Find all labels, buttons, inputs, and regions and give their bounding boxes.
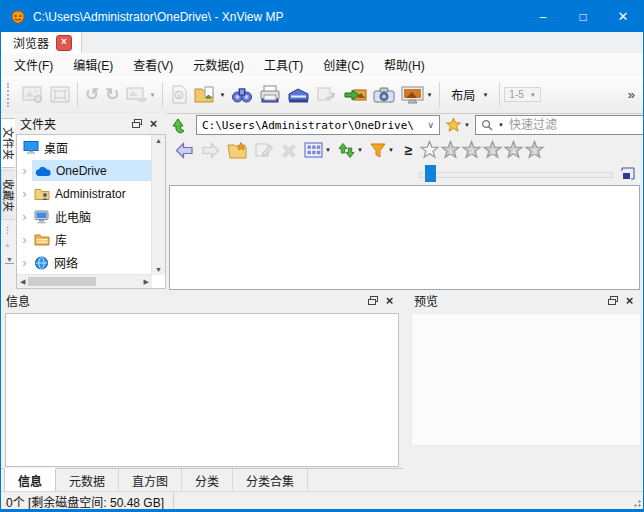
tree-item-libraries[interactable]: › 库: [17, 228, 152, 251]
expander-icon[interactable]: ›: [17, 255, 32, 270]
scrollbar-thumb[interactable]: [28, 277, 96, 286]
close-button[interactable]: ✕: [603, 1, 643, 32]
pages-menu-button[interactable]: 1-5 ▼: [504, 87, 540, 102]
scroll-left-icon[interactable]: ◀: [20, 278, 25, 286]
view-image-button[interactable]: [19, 80, 47, 110]
close-panel-icon[interactable]: ×: [145, 116, 162, 131]
address-path-input[interactable]: [200, 118, 425, 133]
info-panel: 信息 × 信息 元数据 直方图 分类 分类合集: [1, 290, 403, 491]
title-bar: C:\Users\Administrator\OneDrive\ - XnVie…: [1, 1, 643, 32]
share-button[interactable]: [313, 80, 341, 110]
menu-view[interactable]: 查看(V): [123, 53, 183, 76]
rotate-left-button[interactable]: ↺: [82, 80, 102, 110]
tree-item-this-pc[interactable]: › 此电脑: [17, 205, 152, 228]
expander-icon[interactable]: ›: [17, 232, 32, 247]
print-button[interactable]: [256, 80, 284, 110]
rating-star-3[interactable]: 3: [482, 140, 503, 160]
go-up-button[interactable]: [172, 116, 191, 135]
quick-filter-box[interactable]: ▼ ...: [475, 115, 644, 135]
rating-star-1[interactable]: 1: [440, 140, 461, 160]
search-binoculars-icon: [231, 86, 253, 104]
float-panel-icon[interactable]: [128, 116, 145, 131]
chevron-down-icon: ▼: [498, 122, 504, 128]
resize-grip[interactable]: [632, 498, 641, 507]
search-button[interactable]: [228, 80, 256, 110]
menu-help[interactable]: 帮助(H): [374, 53, 435, 76]
delete-button[interactable]: [278, 138, 300, 162]
dock-tab-folders[interactable]: 文件夹: [1, 118, 16, 168]
scroll-right-icon[interactable]: ▶: [144, 278, 149, 286]
folders-panel-header: 文件夹 ×: [15, 113, 167, 134]
convert-button[interactable]: [341, 80, 370, 110]
maximize-button[interactable]: □: [563, 1, 603, 32]
sort-menu-button[interactable]: ▼: [335, 138, 366, 162]
dock-strip-scroll-up-icon[interactable]: ▲: [1, 241, 14, 248]
forward-button[interactable]: [198, 138, 223, 162]
expander-icon[interactable]: ›: [17, 186, 32, 201]
compact-pane-icon[interactable]: [621, 167, 635, 180]
capture-button[interactable]: [370, 80, 398, 110]
tree-item-onedrive[interactable]: › OneDrive: [17, 159, 152, 182]
filter-menu-button[interactable]: ▼: [367, 138, 397, 162]
flip-menu-button[interactable]: ▼: [123, 80, 159, 110]
layout-menu-button[interactable]: 布局 ▼: [444, 86, 495, 103]
rating-star-2[interactable]: 2: [461, 140, 482, 160]
tab-categories[interactable]: 分类: [182, 469, 233, 492]
dock-tab-favorites[interactable]: 收藏夹: [1, 170, 16, 220]
menu-create[interactable]: 创建(C): [313, 53, 374, 76]
expander-icon[interactable]: ›: [17, 163, 32, 178]
browse-toolbar: ▼ ▼ ▼ ≥ 1 2: [167, 137, 643, 163]
tree-item-network[interactable]: › 网络: [17, 251, 152, 274]
minimize-button[interactable]: –: [523, 1, 563, 32]
close-panel-icon[interactable]: ×: [381, 293, 398, 308]
address-combobox[interactable]: ∨: [196, 115, 440, 135]
chevron-down-icon[interactable]: ∨: [425, 120, 436, 130]
back-button[interactable]: [172, 138, 197, 162]
tab-histogram[interactable]: 直方图: [119, 469, 182, 492]
file-info-button[interactable]: i: [167, 80, 191, 110]
new-folder-button[interactable]: [224, 138, 251, 162]
tree-horizontal-scrollbar[interactable]: ◀ ▶: [17, 274, 152, 288]
close-panel-icon[interactable]: ×: [621, 293, 638, 308]
slider-thumb[interactable]: [425, 165, 436, 182]
svg-text:1: 1: [448, 147, 452, 156]
menu-tools[interactable]: 工具(T): [254, 53, 313, 76]
expander-icon[interactable]: ›: [17, 209, 32, 224]
float-panel-icon[interactable]: [604, 293, 621, 308]
camera-icon: [373, 86, 395, 104]
tree-item-administrator[interactable]: › Administrator: [17, 182, 152, 205]
menu-file[interactable]: 文件(F): [4, 53, 63, 76]
scroll-down-icon[interactable]: ▼: [155, 266, 162, 273]
tab-close-icon[interactable]: ×: [56, 35, 72, 51]
menu-metadata[interactable]: 元数据(d): [183, 53, 254, 76]
favorite-star-menu-button[interactable]: ▼: [445, 117, 470, 133]
fullscreen-button[interactable]: [47, 80, 73, 110]
tab-category-sets[interactable]: 分类合集: [233, 469, 308, 492]
slideshow-menu-button[interactable]: ▼: [398, 80, 435, 110]
rating-star-0[interactable]: [419, 140, 440, 160]
view-mode-menu-button[interactable]: ▼: [301, 138, 334, 162]
tab-browser[interactable]: 浏览器 ×: [1, 32, 82, 53]
rating-ge-icon[interactable]: ≥: [405, 142, 413, 158]
menu-edit[interactable]: 编辑(E): [63, 53, 123, 76]
quick-filter-input[interactable]: [507, 117, 644, 133]
thumbnail-browser-area[interactable]: [169, 185, 640, 290]
layout-label: 布局: [451, 86, 475, 103]
float-panel-icon[interactable]: [364, 293, 381, 308]
tab-info[interactable]: 信息: [4, 468, 56, 492]
tab-metadata[interactable]: 元数据: [56, 469, 119, 492]
thumbnail-size-slider[interactable]: [419, 172, 613, 178]
open-folder-menu-button[interactable]: ▼: [191, 80, 228, 110]
scroll-up-icon[interactable]: ▲: [155, 137, 162, 144]
rotate-right-button[interactable]: ↻: [102, 80, 122, 110]
rating-star-4[interactable]: 4: [503, 140, 524, 160]
toolbar-overflow-button[interactable]: »: [625, 87, 638, 102]
dock-strip-scroll-down-icon[interactable]: ▼: [5, 256, 14, 264]
scan-button[interactable]: [284, 80, 313, 110]
rename-button[interactable]: [252, 138, 277, 162]
tree-item-desktop[interactable]: 桌面: [17, 136, 152, 159]
rating-star-5[interactable]: 5: [524, 140, 545, 160]
tree-vertical-scrollbar[interactable]: ▲ ▼: [151, 135, 165, 275]
toolbar-drag-handle[interactable]: [7, 83, 13, 107]
info-bottom-tabs: 信息 元数据 直方图 分类 分类合集: [1, 468, 403, 492]
